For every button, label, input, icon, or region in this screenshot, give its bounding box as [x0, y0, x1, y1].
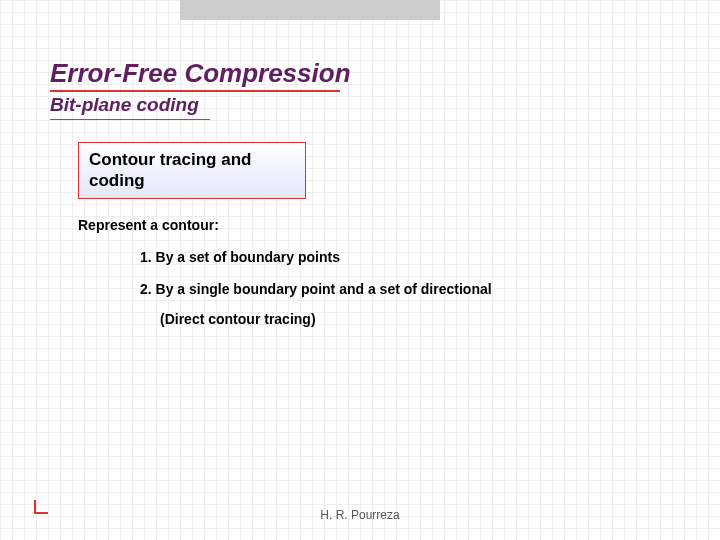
list-subtext: (Direct contour tracing): [160, 311, 670, 327]
title-underline: [50, 90, 340, 92]
subtitle-underline: [50, 119, 210, 120]
slide-subtitle: Bit-plane coding: [50, 94, 670, 116]
list-item: 2. By a single boundary point and a set …: [140, 281, 670, 297]
footer-author: H. R. Pourreza: [0, 508, 720, 522]
highlight-box: Contour tracing and coding: [78, 142, 306, 199]
slide-title: Error-Free Compression: [50, 60, 670, 86]
slide-content: Error-Free Compression Bit-plane coding …: [0, 0, 720, 327]
lead-text: Represent a contour:: [78, 217, 670, 233]
list-item: 1. By a set of boundary points: [140, 249, 670, 265]
